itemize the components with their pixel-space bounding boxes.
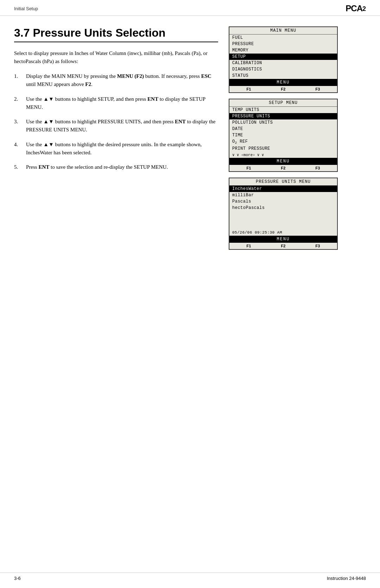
screen2-item-pressure-units: PRESSURE UNITS <box>229 113 337 119</box>
step-3-bold1: ENT <box>175 119 186 124</box>
step-2-number: 2. <box>14 95 23 112</box>
step-3-text: Use the ▲▼ buttons to highlight PRESSURE… <box>26 118 218 134</box>
screen1-item-diagnostics: DIAGNOSTICS <box>229 66 337 73</box>
screen1-f1[interactable]: F1 <box>247 87 251 91</box>
step-5-text: Press ENT to save the selection and re-d… <box>26 163 218 171</box>
screen2-f3[interactable]: F3 <box>316 166 320 170</box>
screen1-item-pressure: PRESSURE <box>229 41 337 47</box>
screen2-bottom-bar: MENU <box>229 158 337 165</box>
screen1-f3[interactable]: F3 <box>316 87 320 91</box>
intro-paragraph: Select to display pressure in Inches of … <box>14 49 218 65</box>
screen2-item-print-pressure: PRINT PRESSURE <box>229 146 337 152</box>
page-title: 3.7 Pressure Units Selection <box>14 26 218 42</box>
screen2-f1[interactable]: F1 <box>247 166 251 170</box>
screen3-item-pascals: Pascals <box>229 198 337 205</box>
step-2-bold1: ENT <box>147 96 158 102</box>
screen2-title: SETUP MENU <box>229 99 337 107</box>
screen2-item-temp-units: TEMP UNITS <box>229 107 337 113</box>
screen3-pressure-units-menu: PRESSURE UNITS MENU InchesWater milliBar… <box>229 178 338 250</box>
step-1-bold2: ESC <box>201 73 211 79</box>
screen3-f3[interactable]: F3 <box>316 244 320 248</box>
step-1-number: 1. <box>14 72 23 89</box>
screen3-spacer <box>229 211 337 229</box>
screen3-bottom-bar: MENU <box>229 236 337 243</box>
footer-instruction: Instruction 24-9448 <box>327 576 366 581</box>
screen1-f2[interactable]: F2 <box>281 87 286 91</box>
pca-logo: PCA2 <box>346 4 366 13</box>
screen2-item-date: DATE <box>229 126 337 132</box>
screen3-title: PRESSURE UNITS MENU <box>229 178 337 186</box>
step-4-text: Use the ▲▼ buttons to highlight the desi… <box>26 141 218 157</box>
screen1-main-menu: MAIN MENU FUEL PRESSURE MEMORY SETUP CAL… <box>229 26 338 93</box>
screen2-setup-menu: SETUP MENU TEMP UNITS PRESSURE UNITS POL… <box>229 99 338 172</box>
step-4-number: 4. <box>14 141 23 157</box>
step-1: 1. Display the MAIN MENU by pressing the… <box>14 72 218 89</box>
steps-list: 1. Display the MAIN MENU by pressing the… <box>14 72 218 171</box>
screen3-item-millibar: milliBar <box>229 192 337 198</box>
screen1-item-memory: MEMORY <box>229 47 337 54</box>
screen2-arrows: ∨∨‹more›∨∨ <box>229 152 337 158</box>
step-2-text: Use the ▲▼ buttons to highlight SETUP, a… <box>26 95 218 112</box>
screen1-item-setup: SETUP <box>229 54 337 60</box>
screen3-f2[interactable]: F2 <box>281 244 286 248</box>
screen2-function-keys: F1 F2 F3 <box>229 165 337 171</box>
step-1-text: Display the MAIN MENU by pressing the ME… <box>26 72 218 89</box>
screen3-timestamp: 05/26/06 09:25:30 AM <box>229 229 337 236</box>
screen3-function-keys: F1 F2 F3 <box>229 243 337 249</box>
main-content: 3.7 Pressure Units Selection Select to d… <box>0 16 380 257</box>
step-5-number: 5. <box>14 163 23 171</box>
logo-text: PCA <box>346 4 362 13</box>
screen1-function-keys: F1 F2 F3 <box>229 86 337 92</box>
screen1-title: MAIN MENU <box>229 27 337 35</box>
screen1-item-fuel: FUEL <box>229 35 337 41</box>
step-2: 2. Use the ▲▼ buttons to highlight SETUP… <box>14 95 218 112</box>
page-footer: 3-6 Instruction 24-9448 <box>0 572 380 581</box>
screen2-f2[interactable]: F2 <box>281 166 286 170</box>
screen1-item-calibration: CALIBRATION <box>229 60 337 66</box>
screen3-item-hectopascals: hectoPascals <box>229 205 337 211</box>
step-1-bold1: MENU (F2) <box>117 73 144 79</box>
step-5: 5. Press ENT to save the selection and r… <box>14 163 218 171</box>
step-1-bold3: F2 <box>85 81 91 87</box>
logo-superscript: 2 <box>362 5 366 13</box>
screen2-item-o2ref: O2 REF <box>229 138 337 146</box>
step-4: 4. Use the ▲▼ buttons to highlight the d… <box>14 141 218 157</box>
page-header: Initial Setup PCA2 <box>0 0 380 16</box>
screen2-item-time: TIME <box>229 132 337 138</box>
right-column: MAIN MENU FUEL PRESSURE MEMORY SETUP CAL… <box>229 26 338 250</box>
screen1-bottom-bar: MENU <box>229 79 337 86</box>
header-section-label: Initial Setup <box>14 6 38 11</box>
step-3: 3. Use the ▲▼ buttons to highlight PRESS… <box>14 118 218 134</box>
screen2-item-pollution-units: POLLUTION UNITS <box>229 119 337 126</box>
screen3-f1[interactable]: F1 <box>247 244 251 248</box>
screen1-item-status: STATUS <box>229 73 337 79</box>
screen3-item-incheswater: InchesWater <box>229 186 337 192</box>
step-5-bold1: ENT <box>38 164 49 170</box>
footer-page-number: 3-6 <box>14 576 21 581</box>
left-column: 3.7 Pressure Units Selection Select to d… <box>14 26 218 250</box>
step-3-number: 3. <box>14 118 23 134</box>
